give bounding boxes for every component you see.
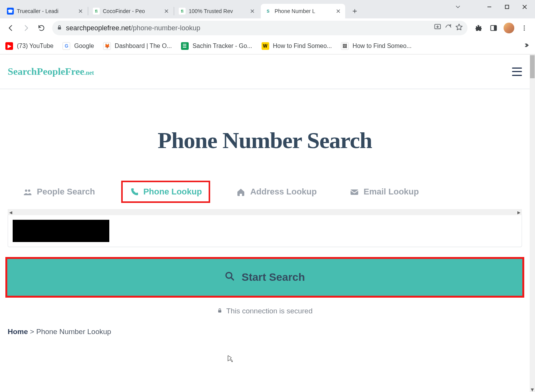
nav-back-button[interactable] bbox=[4, 21, 18, 35]
bookmark-favicon: G bbox=[63, 42, 70, 50]
window-close-button[interactable] bbox=[516, 0, 533, 14]
extensions-icon[interactable] bbox=[471, 21, 485, 35]
tab-title: Phone Number L bbox=[275, 8, 333, 14]
share-icon[interactable] bbox=[444, 23, 452, 33]
svg-rect-0 bbox=[505, 5, 509, 9]
tab-label: People Search bbox=[37, 187, 95, 197]
url-text: searchpeoplefree.net/phone-number-lookup bbox=[66, 24, 200, 32]
svg-rect-10 bbox=[218, 310, 221, 313]
tab-favicon: fi bbox=[179, 8, 186, 15]
scroll-left-icon[interactable]: ◂ bbox=[8, 209, 14, 215]
search-input-container bbox=[8, 215, 522, 247]
bookmark-favicon: 🦊 bbox=[103, 42, 111, 50]
search-type-tabs: People Search Phone Lookup Address Looku… bbox=[0, 181, 530, 203]
bookmark-star-icon[interactable] bbox=[455, 23, 463, 33]
bookmark-label: How to Find Someo... bbox=[273, 43, 332, 49]
lock-icon bbox=[57, 24, 62, 32]
tab-phone-lookup[interactable]: Phone Lookup bbox=[121, 181, 211, 203]
bookmark-label: Sachin Tracker - Go... bbox=[193, 43, 252, 49]
tab-email-lookup[interactable]: Email Lookup bbox=[343, 182, 426, 201]
bookmark-favicon: 🖼 bbox=[341, 42, 349, 50]
browser-toolbar: searchpeoplefree.net/phone-number-lookup bbox=[0, 18, 535, 38]
lock-icon bbox=[217, 307, 222, 315]
tab-close-icon[interactable] bbox=[77, 8, 84, 14]
tab-people-search[interactable]: People Search bbox=[16, 182, 102, 201]
bookmark-label: Google bbox=[74, 43, 94, 49]
tab-close-icon[interactable] bbox=[335, 8, 341, 14]
bookmark-favicon: ▶ bbox=[5, 42, 13, 50]
browser-tab[interactable]: fi100% Trusted Rev bbox=[175, 4, 259, 18]
svg-point-6 bbox=[524, 28, 525, 29]
bookmark-label: (73) YouTube bbox=[17, 43, 53, 49]
chrome-menu-button[interactable] bbox=[517, 21, 531, 35]
browser-tab-bar: ☎Truecaller - LeadifiCocoFinder - Peofi1… bbox=[0, 0, 535, 18]
phone-input[interactable] bbox=[13, 220, 109, 242]
page-content: SearchPeopleFree.net Phone Number Search… bbox=[0, 54, 530, 392]
secure-notice: This connection is secured bbox=[0, 307, 530, 315]
hero-section: Phone Number Search bbox=[0, 89, 530, 181]
window-minimize-button[interactable] bbox=[481, 0, 498, 14]
tab-search-button[interactable] bbox=[450, 0, 466, 14]
vertical-scrollbar[interactable]: ▾ bbox=[530, 54, 535, 392]
bookmark-item[interactable]: WHow to Find Someo... bbox=[262, 42, 332, 50]
svg-rect-1 bbox=[58, 27, 61, 29]
bookmarks-overflow-button[interactable] bbox=[523, 42, 530, 50]
site-header: SearchPeopleFree.net bbox=[0, 54, 530, 89]
browser-tab[interactable]: ☎Truecaller - Leadi bbox=[3, 4, 87, 18]
start-search-wrapper: Start Search bbox=[5, 257, 524, 298]
bookmark-label: Dashboard | The O... bbox=[115, 43, 172, 49]
tab-title: Truecaller - Leadi bbox=[17, 8, 75, 14]
svg-point-5 bbox=[524, 25, 525, 26]
search-icon bbox=[225, 271, 235, 284]
tab-favicon: fi bbox=[93, 8, 100, 15]
page-title: Phone Number Search bbox=[8, 127, 522, 154]
svg-rect-4 bbox=[494, 25, 497, 30]
sidepanel-icon[interactable] bbox=[487, 21, 500, 35]
bookmarks-bar: ▶(73) YouTubeGGoogle🦊Dashboard | The O..… bbox=[0, 38, 535, 54]
tab-close-icon[interactable] bbox=[163, 8, 170, 14]
bookmark-favicon: W bbox=[262, 42, 269, 50]
horizontal-scrollbar[interactable]: ◂ ▸ bbox=[8, 209, 522, 215]
phone-icon bbox=[130, 188, 139, 196]
tab-close-icon[interactable] bbox=[249, 8, 255, 14]
bookmark-item[interactable]: 🦊Dashboard | The O... bbox=[103, 42, 172, 50]
address-bar[interactable]: searchpeoplefree.net/phone-number-lookup bbox=[52, 21, 468, 35]
breadcrumb-current: Phone Number Lookup bbox=[36, 328, 111, 336]
tab-label: Email Lookup bbox=[364, 187, 419, 197]
install-app-icon[interactable] bbox=[434, 23, 441, 33]
browser-tab[interactable]: SPhone Number L bbox=[261, 4, 345, 18]
bookmark-item[interactable]: GGoogle bbox=[63, 42, 94, 50]
scroll-right-icon[interactable]: ▸ bbox=[516, 209, 522, 215]
breadcrumb-home[interactable]: Home bbox=[8, 328, 28, 336]
bookmark-favicon: ☰ bbox=[181, 42, 189, 50]
bookmark-item[interactable]: ▶(73) YouTube bbox=[5, 42, 53, 50]
bookmark-label: How to Find Someo... bbox=[352, 43, 412, 49]
tab-title: CocoFinder - Peo bbox=[103, 8, 161, 14]
start-search-button[interactable]: Start Search bbox=[7, 259, 522, 296]
mouse-cursor-icon bbox=[226, 355, 233, 363]
breadcrumb: Home > Phone Number Lookup bbox=[8, 328, 530, 336]
hamburger-menu-button[interactable] bbox=[512, 68, 522, 76]
bookmark-item[interactable]: 🖼How to Find Someo... bbox=[341, 42, 412, 50]
scrollbar-thumb[interactable] bbox=[530, 55, 535, 78]
svg-rect-8 bbox=[351, 189, 358, 195]
tab-favicon: ☎ bbox=[7, 8, 14, 15]
mail-icon bbox=[350, 188, 359, 196]
window-maximize-button[interactable] bbox=[498, 0, 516, 14]
profile-avatar[interactable] bbox=[502, 21, 516, 35]
home-icon bbox=[236, 188, 245, 196]
tab-address-lookup[interactable]: Address Lookup bbox=[229, 182, 324, 201]
site-logo[interactable]: SearchPeopleFree.net bbox=[8, 66, 94, 77]
svg-point-7 bbox=[524, 30, 525, 31]
tab-label: Address Lookup bbox=[250, 187, 317, 197]
nav-forward-button[interactable] bbox=[19, 21, 33, 35]
tab-label: Phone Lookup bbox=[143, 187, 202, 197]
tab-favicon: S bbox=[265, 8, 272, 15]
tab-title: 100% Trusted Rev bbox=[189, 8, 247, 14]
new-tab-button[interactable] bbox=[349, 5, 361, 17]
people-icon bbox=[23, 188, 32, 196]
browser-tab[interactable]: fiCocoFinder - Peo bbox=[89, 4, 173, 18]
nav-reload-button[interactable] bbox=[35, 21, 48, 35]
bookmark-item[interactable]: ☰Sachin Tracker - Go... bbox=[181, 42, 252, 50]
scroll-down-icon[interactable]: ▾ bbox=[530, 387, 535, 392]
